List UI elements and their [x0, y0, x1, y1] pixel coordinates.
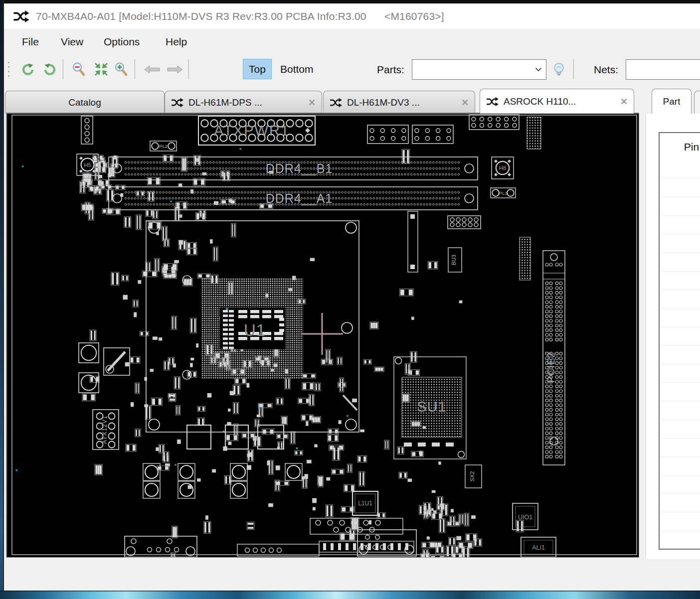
nets-label: Nets:: [594, 55, 618, 85]
tab-label: Part: [663, 96, 681, 107]
bulb-icon: [552, 62, 565, 76]
tab-label: Catalog: [68, 97, 101, 108]
board-doc-icon: [171, 98, 184, 108]
table-row[interactable]: [660, 271, 700, 290]
toolbar-grip[interactable]: [8, 62, 9, 80]
rotate-cw-icon: [43, 62, 57, 76]
tab-catalog[interactable]: Catalog: [5, 91, 165, 114]
side-panel: Pin: [646, 114, 700, 559]
tab-net[interactable]: N: [694, 91, 700, 114]
bottom-view-button[interactable]: Bottom: [277, 59, 317, 79]
screen: 70-MXB4A0-A01 [Model:H110M-DVS R3 Rev:R3…: [0, 0, 700, 599]
forward-arrow-icon: [167, 65, 183, 74]
table-row[interactable]: [660, 178, 700, 197]
back-arrow-icon: [144, 65, 160, 74]
svg-text:DDR4__B1: DDR4__B1: [266, 161, 333, 175]
menu-view[interactable]: View: [58, 29, 86, 55]
tab-part[interactable]: Part: [652, 89, 692, 114]
table-row[interactable]: [660, 438, 700, 456]
tab-label: DL-H61M-DPS ...: [188, 97, 262, 108]
table-row[interactable]: [660, 215, 700, 234]
svg-text:H8: H8: [499, 165, 507, 171]
menu-help[interactable]: Help: [163, 29, 190, 55]
table-row[interactable]: [660, 345, 700, 364]
nets-input[interactable]: [626, 59, 700, 80]
highlight-bulb-button[interactable]: [549, 59, 568, 79]
window-title: 70-MXB4A0-A01 [Model:H110M-DVS R3 Rev:R3…: [36, 10, 444, 22]
tab-dl-h61m-dv3[interactable]: DL-H61M-DV3 ... ✕: [323, 91, 475, 114]
toolbar: Top Bottom Parts: Nets:: [4, 55, 700, 87]
table-row[interactable]: [660, 382, 700, 401]
board-doc-icon: [486, 97, 499, 107]
svg-text:U1: U1: [244, 321, 266, 339]
parts-label: Parts:: [377, 55, 404, 85]
rotate-ccw-icon: [20, 62, 34, 76]
svg-text:ATX12V1: ATX12V1: [101, 415, 108, 444]
window-border-top: [3, 0, 700, 3]
rotate-ccw-button[interactable]: [18, 59, 37, 79]
fit-view-button[interactable]: [92, 59, 111, 79]
svg-text:PCIE2: PCIE2: [545, 352, 556, 383]
table-row[interactable]: [660, 531, 700, 549]
zoom-in-icon: [114, 62, 128, 77]
zoom-out-icon: [72, 62, 86, 77]
table-row[interactable]: [660, 253, 700, 271]
svg-text:DDR4__A1: DDR4__A1: [266, 191, 333, 205]
tabbar: Catalog DL-H61M-DPS ... ✕ DL-H61M-DV3 ..…: [4, 87, 700, 114]
titlebar: 70-MXB4A0-A01 [Model:H110M-DVS R3 Rev:R3…: [4, 3, 700, 29]
fit-view-icon: [94, 62, 109, 77]
table-row[interactable]: [660, 401, 700, 419]
svg-text:H5: H5: [84, 162, 91, 168]
table-row[interactable]: [660, 234, 700, 253]
table-row[interactable]: [660, 512, 700, 530]
toolbar-separator: [188, 59, 189, 79]
svg-text:L1U1: L1U1: [358, 500, 372, 507]
svg-text:PL3: PL3: [499, 190, 508, 196]
table-row[interactable]: [660, 327, 700, 345]
board-viewport[interactable]: ATXPWR1H5PL2DDR4__B1DDR4__A1H8PL3U1BU3PC…: [7, 114, 639, 557]
svg-text:UIO1: UIO1: [518, 514, 532, 521]
back-button[interactable]: [143, 59, 162, 79]
top-view-button[interactable]: Top: [243, 59, 272, 79]
pin-table[interactable]: Pin: [659, 132, 700, 550]
parts-combobox[interactable]: [412, 59, 546, 80]
svg-text:PL2: PL2: [159, 144, 168, 149]
pin-rows: [660, 178, 700, 549]
tab-asrock-h110[interactable]: ASROCK H110... ✕: [480, 89, 634, 114]
table-row[interactable]: [660, 419, 700, 438]
svg-text:ATXPWR1: ATXPWR1: [214, 123, 290, 139]
svg-text:BU3: BU3: [451, 255, 457, 265]
table-row[interactable]: [660, 364, 700, 382]
tab-dl-h61m-dps[interactable]: DL-H61M-DPS ... ✕: [165, 91, 322, 114]
table-row[interactable]: [660, 308, 700, 326]
board-canvas[interactable]: ATXPWR1H5PL2DDR4__B1DDR4__A1H8PL3U1BU3PC…: [7, 114, 639, 557]
app-logo-icon: [13, 10, 30, 23]
table-row[interactable]: [660, 197, 700, 215]
table-row[interactable]: [660, 290, 700, 308]
close-icon[interactable]: ✕: [461, 98, 469, 107]
tab-label: ASROCK H110...: [504, 96, 576, 107]
pin-column-header: Pin: [660, 133, 700, 178]
rotate-cw-button[interactable]: [41, 59, 60, 79]
desktop-wallpaper-bottom: [0, 591, 700, 599]
forward-button[interactable]: [166, 59, 184, 79]
toolbar-separator: [63, 59, 64, 79]
svg-text:SX2: SX2: [469, 471, 475, 482]
svg-text:ALI1: ALI1: [532, 544, 545, 551]
menubar: File View Options Help: [4, 29, 700, 55]
table-row[interactable]: [660, 493, 700, 512]
table-row[interactable]: [660, 475, 700, 493]
tab-label: DL-H61M-DV3 ...: [347, 97, 420, 108]
zoom-in-button[interactable]: [112, 59, 131, 79]
close-icon[interactable]: ✕: [308, 98, 316, 107]
board-doc-icon: [330, 98, 343, 108]
table-row[interactable]: [660, 456, 700, 475]
chevron-down-icon[interactable]: [531, 67, 546, 72]
close-icon[interactable]: ✕: [620, 97, 628, 106]
zoom-out-button[interactable]: [69, 59, 88, 79]
toolbar-separator: [573, 59, 574, 79]
toolbar-separator: [135, 59, 136, 79]
menu-options[interactable]: Options: [101, 29, 143, 55]
menu-file[interactable]: File: [19, 29, 42, 55]
svg-text:SU1: SU1: [417, 399, 446, 415]
